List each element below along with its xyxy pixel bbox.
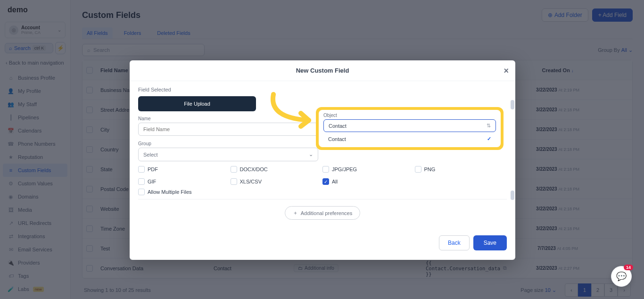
checkbox[interactable]: [415, 166, 421, 173]
nav-icon: ⌂: [8, 75, 14, 81]
nav-icon: ◉: [8, 193, 14, 200]
page-2[interactable]: 2: [591, 283, 604, 297]
fields-search-input[interactable]: ⌕ Search: [82, 44, 205, 56]
checkbox[interactable]: [231, 178, 237, 185]
field-name: Conversation Data: [100, 266, 214, 271]
created-date: 3/22/2023 At 2:19 PM: [506, 87, 610, 92]
filetype-gif[interactable]: GIF: [138, 178, 231, 185]
checkbox[interactable]: ✓: [322, 178, 329, 185]
sidebar-item-custom-fields[interactable]: ≡Custom Fields: [3, 164, 67, 177]
object-option-contact[interactable]: Contact ✓: [323, 132, 496, 143]
page-prev[interactable]: ‹: [565, 283, 578, 297]
back-to-main-nav[interactable]: ‹ Back to main navigation: [5, 58, 66, 67]
page-1[interactable]: 1: [578, 283, 591, 297]
close-icon[interactable]: ×: [504, 66, 509, 75]
account-switcher[interactable]: ◎ Account Prime, CA ⌄: [5, 22, 66, 38]
created-date: 3/22/2023 At 2:18 PM: [506, 107, 610, 112]
created-date: 3/22/2023 At 2:18 PM: [506, 206, 610, 211]
created-date: 3/22/2023 At 2:18 PM: [506, 226, 610, 231]
tab-all-fields[interactable]: All Fields: [82, 27, 113, 39]
scroll-thumb[interactable]: [511, 100, 514, 109]
chat-fab[interactable]: 💬 14: [611, 266, 632, 287]
checkbox[interactable]: [138, 166, 145, 173]
row-checkbox[interactable]: [86, 206, 93, 212]
new-custom-field-modal: New Custom Field × Field Selected File U…: [130, 60, 515, 260]
row-checkbox[interactable]: [86, 107, 93, 113]
sidebar-item-audit-logs[interactable]: 📋Audit Logs: [0, 296, 70, 299]
additional-preferences-button[interactable]: ＋ Additional preferences: [285, 206, 360, 220]
created-date: 3/22/2023 At 2:18 PM: [506, 166, 610, 172]
sidebar-item-phone-numbers[interactable]: ☎Phone Numbers: [0, 137, 70, 150]
nav-icon: 🔌: [8, 259, 14, 266]
quick-action-button[interactable]: ⚡: [55, 42, 66, 54]
checkbox[interactable]: [322, 166, 329, 173]
checkbox[interactable]: [231, 166, 237, 173]
allow-multiple-label: Allow Multiple Files: [148, 189, 192, 195]
row-checkbox[interactable]: [86, 146, 93, 153]
table-row[interactable]: Conversation DataContact🗀Additional info…: [83, 258, 632, 278]
checkbox[interactable]: [138, 178, 145, 185]
allow-multiple-checkbox[interactable]: [138, 189, 145, 195]
search-icon: ⌕: [9, 45, 12, 51]
row-checkbox[interactable]: [86, 166, 93, 173]
save-button[interactable]: Save: [473, 235, 507, 250]
nav-icon: 🖼: [8, 207, 14, 213]
modal-title: New Custom Field: [296, 67, 349, 74]
created-date: 3/22/2023 At 2:18 PM: [506, 186, 610, 191]
col-created-on[interactable]: Created On ↓: [506, 67, 610, 73]
sidebar-item-integrations[interactable]: ⇄Integrations: [0, 230, 70, 243]
sidebar-item-business-profile[interactable]: ⌂Business Profile: [0, 71, 70, 84]
selected-field-type[interactable]: File Upload: [138, 96, 256, 111]
sidebar-item-pipelines[interactable]: ┃Pipelines: [0, 111, 70, 124]
check-icon: ✓: [487, 136, 491, 142]
filetype-png[interactable]: PNG: [415, 166, 507, 173]
sidebar-item-media[interactable]: 🖼Media: [0, 203, 70, 216]
sidebar-item-my-profile[interactable]: 👤My Profile: [0, 84, 70, 98]
group-label: Group: [138, 141, 318, 146]
filetype-pdf[interactable]: PDF: [138, 166, 231, 173]
tab-deleted-fields[interactable]: Deleted Fields: [152, 27, 195, 39]
created-date: 3/22/2023 At 2:27 PM: [506, 266, 610, 271]
filetype-xlscsv[interactable]: XLS/CSV: [231, 178, 323, 185]
sidebar-item-calendars[interactable]: 📅Calendars: [0, 124, 70, 137]
row-checkbox[interactable]: [86, 126, 93, 133]
sidebar-item-my-staff[interactable]: 👥My Staff: [0, 98, 70, 111]
filetype-all[interactable]: ✓All: [322, 178, 415, 185]
tab-folders[interactable]: Folders: [119, 27, 146, 39]
sidebar-item-labs[interactable]: 🧪Labsnew: [0, 282, 70, 296]
add-folder-button[interactable]: ⊕ Add Folder: [542, 8, 588, 22]
nav-icon: ⇄: [8, 233, 14, 240]
select-all-checkbox[interactable]: [86, 67, 93, 74]
field-selected-label: Field Selected: [138, 87, 507, 92]
sidebar-item-tags[interactable]: 🏷Tags: [0, 269, 70, 282]
brand-logo: demo: [0, 0, 70, 20]
group-by-select[interactable]: Group By All ⌄: [598, 47, 633, 53]
sidebar-item-url-redirects[interactable]: ↗URL Redirects: [0, 216, 70, 230]
group-select[interactable]: Select⌄: [138, 148, 318, 161]
page-title: Custom Fields: [82, 10, 140, 20]
sidebar-item-providers[interactable]: 🔌Providers: [0, 256, 70, 269]
sidebar-search[interactable]: ⌕ Search ctrl K: [5, 43, 53, 53]
account-location: Prime, CA: [21, 30, 55, 35]
created-date: 7/7/2023 At 4:05 PM: [506, 246, 610, 251]
sidebar-item-reputation[interactable]: ★Reputation: [0, 150, 70, 164]
page-size-select[interactable]: Page size 10 ⌄: [520, 287, 556, 293]
object-select[interactable]: Contact ⇅: [323, 119, 496, 132]
row-checkbox[interactable]: [86, 87, 93, 93]
scroll-thumb[interactable]: [511, 191, 514, 200]
row-checkbox[interactable]: [86, 186, 93, 192]
sidebar-item-domains[interactable]: ◉Domains: [0, 190, 70, 203]
unique-key: {{ Contact.Conversation_data }} ⧉: [426, 260, 506, 277]
filetype-docxdoc[interactable]: DOCX/DOC: [231, 166, 323, 173]
sidebar-item-custom-values[interactable]: ⚙Custom Values: [0, 177, 70, 190]
back-button[interactable]: Back: [439, 235, 470, 250]
new-badge: new: [33, 287, 44, 292]
nav-icon: 👥: [8, 101, 14, 108]
page-3[interactable]: 3: [604, 283, 618, 297]
row-checkbox[interactable]: [86, 225, 93, 232]
sidebar-item-email-services[interactable]: ✉Email Services: [0, 243, 70, 256]
add-field-button[interactable]: + Add Field: [592, 8, 633, 22]
row-checkbox[interactable]: [86, 265, 93, 272]
row-checkbox[interactable]: [86, 245, 93, 252]
filetype-jpgjpeg[interactable]: JPG/JPEG: [322, 166, 415, 173]
